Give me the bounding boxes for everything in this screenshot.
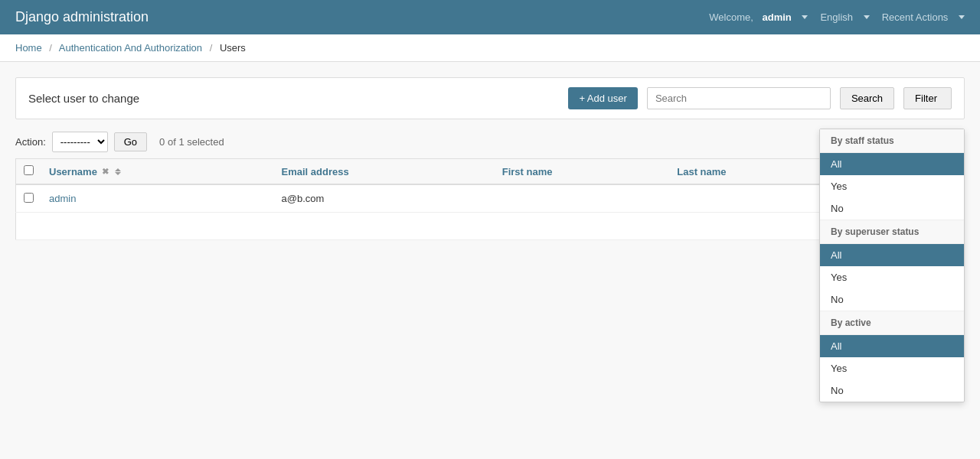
sort-down-icon [115, 172, 121, 175]
search-input[interactable] [647, 87, 831, 109]
email-col-label: Email address [281, 166, 348, 177]
breadcrumb-auth[interactable]: Authentication And Authorization [59, 42, 202, 54]
sort-up-icon [115, 168, 121, 171]
col-email: Email address [273, 159, 494, 185]
page-title: Select user to change [28, 92, 559, 105]
breadcrumb-sep-2: / [210, 42, 213, 54]
superuser-all-option[interactable]: All [820, 244, 964, 256]
recent-actions-label: Recent Actions [882, 11, 949, 23]
first-name-sort-link[interactable]: First name [502, 166, 662, 177]
superuser-status-filter-header: By superuser status [820, 220, 964, 244]
staff-status-no-option[interactable]: No [820, 197, 964, 220]
language-caret-icon [864, 15, 870, 19]
row-checkbox[interactable] [24, 193, 34, 203]
action-label: Action: [15, 136, 46, 148]
header-right: Welcome, admin English Recent Actions [709, 11, 965, 23]
site-title: Django administration [15, 9, 149, 25]
user-caret-icon [802, 15, 808, 19]
row-last-name-cell [669, 184, 841, 213]
filter-label: Filter [915, 93, 937, 104]
row-checkbox-cell [16, 184, 42, 213]
last-name-col-label: Last name [677, 166, 726, 177]
recent-actions-caret-icon [959, 15, 965, 19]
last-name-sort-link[interactable]: Last name [677, 166, 834, 177]
breadcrumb-current: Users [220, 42, 246, 54]
breadcrumb-sep-1: / [49, 42, 52, 54]
row-username-cell: admin [41, 184, 273, 213]
staff-status-all-option[interactable]: All [820, 153, 964, 175]
action-select[interactable]: --------- [52, 132, 108, 152]
username-sort-link[interactable]: Username ✖ [49, 166, 266, 177]
select-all-col [16, 159, 42, 185]
col-first-name: First name [495, 159, 670, 185]
filter-button[interactable]: Filter [903, 87, 952, 109]
welcome-user[interactable]: Welcome, admin [709, 11, 808, 23]
welcome-text: Welcome, [709, 11, 753, 23]
language-selector[interactable]: English [820, 11, 869, 23]
row-first-name-cell [495, 184, 670, 213]
add-user-button[interactable]: + Add user [568, 87, 638, 109]
staff-status-yes-option[interactable]: Yes [820, 175, 964, 197]
email-sort-link[interactable]: Email address [281, 166, 486, 177]
go-button[interactable]: Go [114, 132, 147, 151]
recent-actions-link[interactable]: Recent Actions [882, 11, 965, 23]
col-username: Username ✖ [41, 159, 273, 185]
row-username-link[interactable]: admin [49, 193, 76, 204]
selected-count: 0 of 1 selected [159, 136, 224, 148]
username-col-label: Username [49, 166, 97, 177]
row-email-cell: a@b.com [273, 184, 494, 213]
breadcrumb: Home / Authentication And Authorization … [0, 34, 980, 62]
language-label: English [820, 11, 853, 23]
change-list-toolbar: Select user to change + Add user Search … [15, 77, 965, 119]
staff-status-filter-header: By staff status [820, 129, 964, 153]
sort-icons [115, 168, 121, 175]
select-all-checkbox[interactable] [24, 165, 34, 175]
row-email: a@b.com [281, 193, 324, 204]
search-button[interactable]: Search [840, 87, 894, 109]
username: admin [762, 11, 791, 23]
site-header: Django administration Welcome, admin Eng… [0, 0, 980, 34]
clear-sort-icon: ✖ [102, 167, 109, 177]
col-last-name: Last name [669, 159, 841, 185]
first-name-col-label: First name [502, 166, 553, 177]
filter-dropdown: By staff status All Yes No By superuser … [819, 129, 965, 256]
breadcrumb-home[interactable]: Home [15, 42, 42, 54]
